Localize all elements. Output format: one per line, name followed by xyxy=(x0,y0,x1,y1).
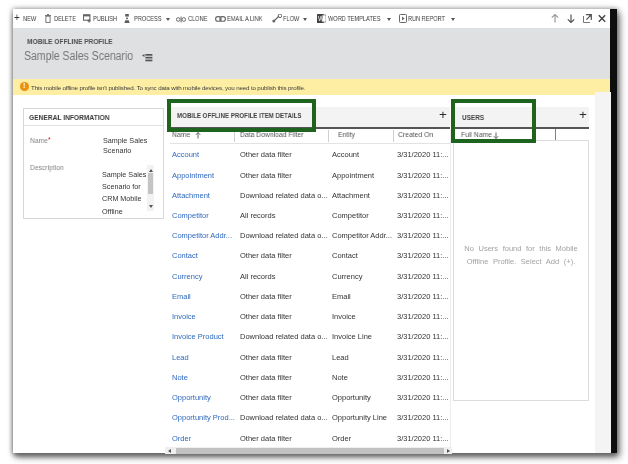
svg-text:W: W xyxy=(318,15,325,22)
